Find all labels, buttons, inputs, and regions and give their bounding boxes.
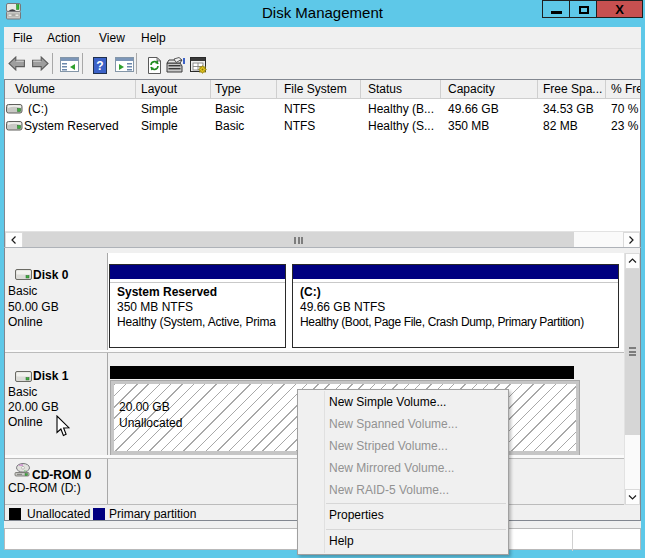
svg-text:?: ?	[96, 59, 103, 73]
